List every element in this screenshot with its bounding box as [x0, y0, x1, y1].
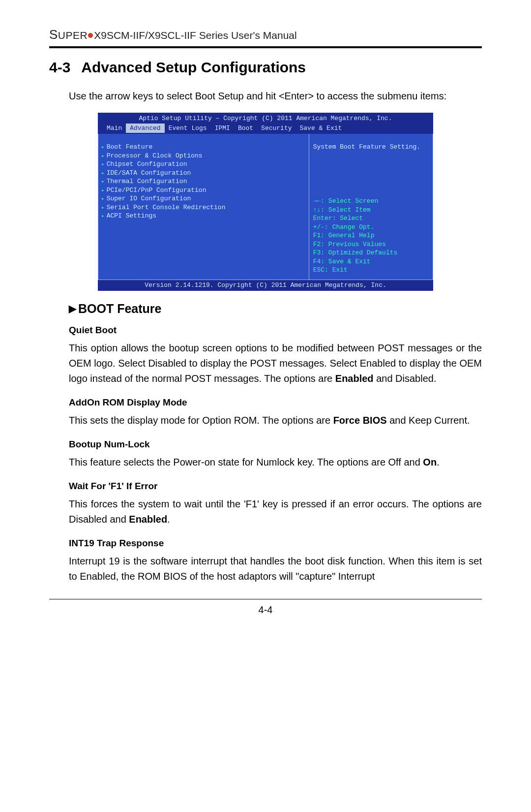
caret-right-icon: ▶	[69, 303, 76, 314]
option-block: Bootup Num-LockThis feature selects the …	[49, 439, 482, 470]
bios-body: Boot FeatureProcessor & Clock OptionsChi…	[98, 134, 433, 280]
bios-footer: Version 2.14.1219. Copyright (C) 2011 Am…	[98, 280, 433, 291]
bios-tab: Main	[103, 124, 126, 133]
bios-menu: Boot FeatureProcessor & Clock OptionsChi…	[98, 134, 309, 280]
bios-menu-item: Super IO Configuration	[101, 194, 306, 203]
option-title: AddOn ROM Display Mode	[69, 397, 482, 408]
bios-menu-item: Serial Port Console Redirection	[101, 203, 306, 212]
bios-tab: Event Logs	[165, 124, 211, 133]
option-block: INT19 Trap ResponseInterrupt 19 is the s…	[49, 538, 482, 584]
bios-help-pane: System Boot Feature Setting. →←: Select …	[309, 134, 433, 280]
manual-page: SUPER X9SCM-IIF/X9SCL-IIF Series User's …	[0, 0, 531, 812]
brand-suffix: UPER	[58, 30, 88, 41]
bios-tab-bar: MainAdvancedEvent LogsIPMIBootSecuritySa…	[98, 124, 433, 134]
bios-tab: Security	[257, 124, 295, 133]
product-title: X9SCM-IIF/X9SCL-IIF Series User's Manual	[94, 30, 296, 41]
brand-logo: SUPER	[49, 27, 88, 42]
bios-menu-item: Chipset Configuration	[101, 160, 306, 169]
bios-menu-item: ACPI Settings	[101, 212, 306, 220]
page-number: 4-4	[49, 604, 482, 616]
option-body: This feature selects the Power-on state …	[69, 455, 482, 470]
bios-menu-item: Thermal Configuration	[101, 177, 306, 186]
boot-feature-label: BOOT Feature	[78, 302, 161, 315]
bios-menu-item: Boot Feature	[101, 143, 306, 152]
bios-help-text: System Boot Feature Setting.	[313, 143, 429, 152]
bios-tab: Advanced	[126, 124, 164, 133]
option-title: Bootup Num-Lock	[69, 439, 482, 450]
bios-menu-item: PCIe/PCI/PnP Configuration	[101, 186, 306, 195]
section-heading: 4-3Advanced Setup Configurations	[49, 59, 482, 76]
option-title: Quiet Boot	[69, 325, 482, 336]
boot-feature-heading: ▶BOOT Feature	[69, 302, 482, 316]
option-body: Interrupt 19 is the software interrupt t…	[69, 554, 482, 584]
brand-dot-icon	[88, 33, 93, 38]
bios-title: Aptio Setup Utility – Copyright (C) 2011…	[98, 113, 433, 124]
option-body: This sets the display mode for Option RO…	[69, 413, 482, 428]
option-body: This option allows the bootup screen opt…	[69, 341, 482, 386]
option-body: This forces the system to wait until the…	[69, 497, 482, 527]
option-block: Wait For 'F1' If ErrorThis forces the sy…	[49, 481, 482, 527]
bios-screenshot: Aptio Setup Utility – Copyright (C) 2011…	[98, 113, 433, 291]
option-title: INT19 Trap Response	[69, 538, 482, 549]
option-block: Quiet BootThis option allows the bootup …	[49, 325, 482, 386]
bios-menu-item: Processor & Clock Options	[101, 152, 306, 160]
header-rule	[49, 46, 482, 48]
option-block: AddOn ROM Display ModeThis sets the disp…	[49, 397, 482, 428]
bios-tab: Save & Exit	[296, 124, 346, 133]
page-header: SUPER X9SCM-IIF/X9SCL-IIF Series User's …	[49, 27, 482, 42]
option-title: Wait For 'F1' If Error	[69, 481, 482, 492]
bios-key-hints: →←: Select Screen ↑↓: Select Item Enter:…	[313, 197, 429, 275]
bios-tab: IPMI	[211, 124, 234, 133]
section-intro: Use the arrow keys to select Boot Setup …	[49, 89, 482, 104]
bios-menu-item: IDE/SATA Configuration	[101, 169, 306, 178]
section-title: Advanced Setup Configurations	[81, 59, 306, 75]
section-number: 4-3	[49, 59, 70, 75]
bios-tab: Boot	[234, 124, 257, 133]
footer-rule	[49, 599, 482, 599]
